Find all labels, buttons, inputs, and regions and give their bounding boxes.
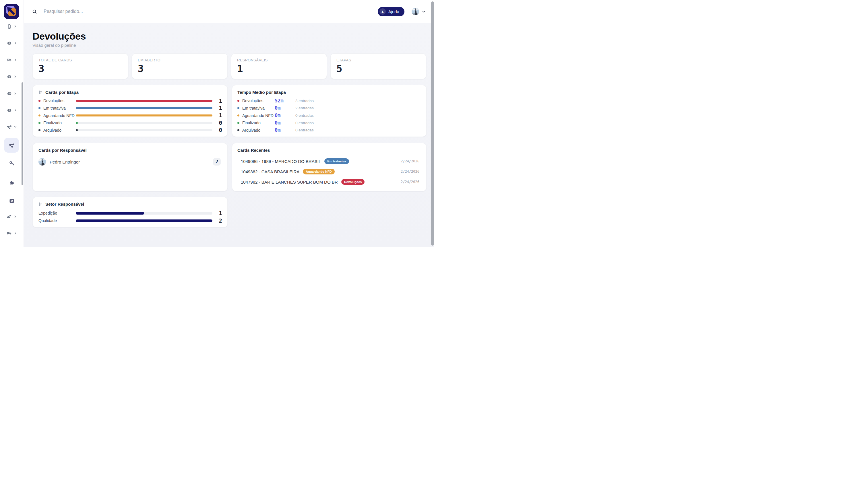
gauge-icon <box>7 91 12 96</box>
tempo-label: Finalizado <box>242 120 261 125</box>
legend-dot <box>38 100 40 102</box>
search-bar <box>32 9 378 14</box>
page-scrollbar-thumb[interactable] <box>431 1 434 246</box>
recent-card-row[interactable]: 1047982 - BAR E LANCHES SUPER BOM DO BR … <box>237 177 419 187</box>
help-button-label: Ajuda <box>388 9 399 14</box>
etapa-value: 1 <box>213 98 222 103</box>
tempo-value: 0m <box>275 120 295 125</box>
sidebar-item-integrations[interactable] <box>2 176 22 189</box>
user-avatar[interactable] <box>412 8 419 15</box>
help-button[interactable]: i Ajuda <box>378 7 404 16</box>
key-icon <box>9 160 15 166</box>
sidebar-item-add-1[interactable] <box>2 37 22 49</box>
bar-fill <box>76 100 213 102</box>
chevron-right-icon <box>14 41 17 45</box>
etapa-label: Aguardando NFD <box>43 113 75 118</box>
tempo-label: Aguardando NFD <box>242 113 274 118</box>
sidebar-item-info[interactable] <box>2 104 22 116</box>
sidebar-item-open-external[interactable] <box>2 194 22 207</box>
tempo-medio-card: Tempo Médio por Etapa Devoluções 52m 3 e… <box>232 85 427 137</box>
user-menu-chevron-icon[interactable] <box>422 10 426 14</box>
stats-row: TOTAL DE CARDS 3 EM ABERTO 3 RESPONSÁVEI… <box>33 53 427 79</box>
search-input[interactable] <box>44 9 164 14</box>
etapa-row: Em trataviva 1 <box>38 104 222 112</box>
bar-fill <box>76 122 78 124</box>
truck-icon <box>6 57 12 62</box>
sidebar-item-pipeline-active[interactable] <box>2 139 22 151</box>
etapa-row: Aguardando NFD 1 <box>38 112 222 119</box>
mail-send-icon <box>6 214 12 219</box>
etapa-chart: Devoluções 1 Em trataviva 1 Aguardando N… <box>38 97 222 134</box>
legend-dot <box>237 114 239 116</box>
recent-card-date: 2/24/2026 <box>401 159 419 163</box>
bar-fill <box>76 107 213 109</box>
chevron-right-icon <box>14 92 17 95</box>
tempo-value: 0m <box>275 128 295 133</box>
lists-row: Cards por Responsável Pedro Entrin <box>33 143 427 191</box>
workflow-icon <box>9 142 15 148</box>
sidebar-item-keys[interactable] <box>2 157 22 170</box>
stat-card-open: EM ABERTO 3 <box>132 53 228 79</box>
chevron-right-icon <box>14 58 17 62</box>
sidebar <box>0 0 24 247</box>
etapa-label: Em trataviva <box>43 106 66 111</box>
page-header: Devoluções Visão geral do pipeline <box>33 31 427 48</box>
tempo-value: 52m <box>275 98 295 103</box>
status-badge: Aguardando NFD <box>303 169 334 174</box>
sidebar-item-shipping-2[interactable] <box>2 227 22 240</box>
sidebar-item-workflow-group[interactable] <box>2 120 22 133</box>
recent-list: 1049086 - 1989 - MERCADO DO BRASIL Em tr… <box>237 156 419 187</box>
tempo-value: 0m <box>275 106 295 111</box>
sidebar-item-add-2[interactable] <box>2 70 22 83</box>
tempo-row: Em trataviva 0m 2 entradas <box>237 104 421 112</box>
page-title: Devoluções <box>33 31 427 42</box>
etapa-value: 0 <box>213 127 222 133</box>
recent-card-row[interactable]: 1049086 - 1989 - MERCADO DO BRASIL Em tr… <box>237 156 419 166</box>
bar-track <box>76 100 213 102</box>
bar-track <box>76 107 213 109</box>
sidebar-scrollbar-thumb[interactable] <box>21 82 23 185</box>
smartphone-icon <box>7 24 12 29</box>
setor-bar-row: Qualidade 2 <box>38 217 222 224</box>
setor-value: 1 <box>213 211 222 216</box>
bar-fill <box>76 129 78 131</box>
tempo-entries: 2 entradas <box>295 106 421 110</box>
sidebar-item-devices[interactable] <box>2 20 22 33</box>
legend-dot <box>237 107 239 109</box>
info-icon: i <box>380 8 386 15</box>
legend-dot <box>38 114 40 116</box>
stat-card-total: TOTAL DE CARDS 3 <box>33 53 128 79</box>
tempo-label: Em trataviva <box>242 106 265 111</box>
bar-track <box>76 212 213 214</box>
sidebar-item-clipped[interactable] <box>2 244 22 247</box>
stat-value: 3 <box>38 64 122 73</box>
status-badge: Em trataviva <box>324 158 349 164</box>
chevron-right-icon <box>14 231 17 235</box>
recent-card-title: 1049086 - 1989 - MERCADO DO BRASIL <box>241 159 321 164</box>
tempo-entries: 0 entradas <box>295 113 421 118</box>
etapa-row: Finalizado 0 <box>38 119 222 127</box>
tempo-entries: 0 entradas <box>295 128 421 132</box>
stat-value: 5 <box>336 64 420 73</box>
tempo-row: Arquivado 0m 0 entradas <box>237 127 421 134</box>
tempo-label: Devoluções <box>242 98 263 103</box>
recent-card-date: 2/24/2026 <box>401 180 419 184</box>
recent-card-row[interactable]: 1049382 - CASA BRASILEIRA Aguardando NFD… <box>237 166 419 177</box>
page-subtitle: Visão geral do pipeline <box>33 43 427 48</box>
responsavel-count-badge: 2 <box>213 158 221 166</box>
recent-card-title: 1047982 - BAR E LANCHES SUPER BOM DO BR <box>241 179 338 185</box>
etapa-value: 1 <box>213 113 222 118</box>
sidebar-item-dashboard[interactable] <box>2 87 22 100</box>
bar-track <box>76 129 213 131</box>
sidebar-item-shipping-1[interactable] <box>2 54 22 66</box>
legend-dot <box>237 129 239 131</box>
tempo-row: Devoluções 52m 3 entradas <box>237 97 421 104</box>
responsavel-avatar <box>38 158 46 166</box>
card-title: Cards por Responsável <box>38 148 87 153</box>
bar-chart-icon <box>38 90 43 94</box>
sidebar-item-messages[interactable] <box>2 210 22 223</box>
bar-fill <box>76 114 213 116</box>
app-logo[interactable] <box>4 4 19 19</box>
tempo-medio-list: Devoluções 52m 3 entradas Em trataviva 0… <box>237 97 421 134</box>
cards-por-responsavel-card: Cards por Responsável Pedro Entrin <box>33 143 228 191</box>
